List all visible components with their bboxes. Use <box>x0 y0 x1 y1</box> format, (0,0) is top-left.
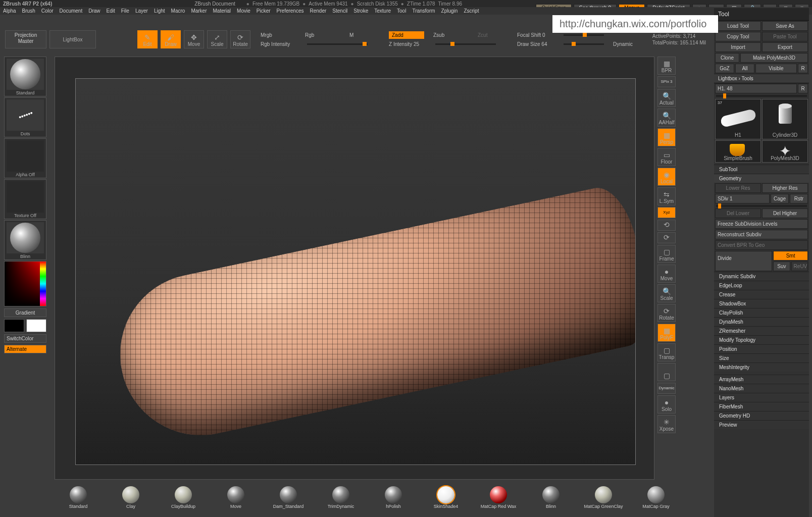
projection-master-button[interactable]: Projection Master <box>5 30 46 48</box>
mrgb-toggle[interactable]: Mrgb <box>261 31 296 39</box>
frame-button[interactable]: ▢Frame <box>657 245 676 263</box>
lsym-button[interactable]: ⇆L.Sym <box>657 187 676 205</box>
menu-picker[interactable]: Picker <box>257 8 271 14</box>
menu-alpha[interactable]: Alpha <box>3 8 16 14</box>
crease-section[interactable]: Crease <box>714 290 809 299</box>
tool-slider[interactable] <box>714 94 809 98</box>
solo-button[interactable]: ●Solo <box>657 395 676 413</box>
focal-shift-slider[interactable]: Focal Shift 0 <box>517 31 552 39</box>
preview-section[interactable]: Preview <box>714 420 809 429</box>
menu-macro[interactable]: Macro <box>171 8 185 14</box>
mat-skinshade4[interactable] <box>437 486 454 503</box>
menu-texture[interactable]: Texture <box>374 8 391 14</box>
modify-topology-section[interactable]: Modify Topology <box>714 335 809 344</box>
menu-transform[interactable]: Transform <box>412 8 435 14</box>
dynamesh-section[interactable]: DynaMesh <box>714 317 809 326</box>
mat-clay[interactable] <box>122 486 139 503</box>
m-toggle[interactable]: M <box>349 31 385 39</box>
ghost-button[interactable]: ▢ <box>657 363 676 381</box>
draw-button[interactable]: 🖌Draw <box>161 30 181 48</box>
menu-layer[interactable]: Layer <box>135 8 148 14</box>
claypolish-section[interactable]: ClayPolish <box>714 308 809 317</box>
menu-brush[interactable]: Brush <box>22 8 35 14</box>
color-picker[interactable] <box>4 261 46 306</box>
actual-button[interactable]: 🔍Actual <box>657 89 676 107</box>
move-button[interactable]: ✥Move <box>184 30 204 48</box>
menu-render[interactable]: Render <box>310 8 327 14</box>
spix-slider[interactable]: SPix 3 <box>657 76 676 87</box>
secondary-color[interactable] <box>4 319 24 332</box>
mat-blinn[interactable] <box>542 486 560 503</box>
rstr-button[interactable]: Rstr <box>790 194 808 203</box>
shadowbox-section[interactable]: ShadowBox <box>714 299 809 308</box>
export-button[interactable]: Export <box>762 42 808 52</box>
mat-greenclay[interactable] <box>595 486 612 503</box>
smt-button[interactable]: Smt <box>773 251 808 261</box>
menu-stencil[interactable]: Stencil <box>332 8 347 14</box>
menu-draw[interactable]: Draw <box>88 8 100 14</box>
rgb-intensity-slider[interactable]: Rgb Intensity <box>261 40 296 48</box>
menu-document[interactable]: Document <box>60 8 83 14</box>
aahalf-button[interactable]: 🔍AAHalf <box>657 109 676 127</box>
import-button[interactable]: Import <box>715 42 761 52</box>
mat-gray[interactable] <box>647 486 665 503</box>
meshintegrity-section[interactable]: MeshIntegrity <box>714 363 809 372</box>
view-rotate-button[interactable]: ⟳Rotate <box>657 304 676 322</box>
polyf-button[interactable]: ▦PolyF <box>657 324 676 342</box>
nanomesh-section[interactable]: NanoMesh <box>714 384 809 393</box>
subtool-section[interactable]: SubTool <box>714 165 809 174</box>
zsub-toggle[interactable]: Zsub <box>433 31 469 39</box>
mat-redwax[interactable] <box>490 486 507 503</box>
brush-picker[interactable]: Standard <box>4 57 46 96</box>
save-as-button[interactable]: Save As <box>762 21 808 31</box>
tool-thumb-h1[interactable]: 37H1 <box>715 99 761 139</box>
xpose-button[interactable]: ✳Xpose <box>657 415 676 433</box>
z-intensity-slider[interactable]: Z Intensity 25 <box>389 40 424 48</box>
dynamic-toggle[interactable]: Dynamic <box>613 40 648 48</box>
menu-file[interactable]: File <box>121 8 129 14</box>
menu-preferences[interactable]: Preferences <box>277 8 304 14</box>
lightbox-button[interactable]: LightBox <box>49 30 96 48</box>
menu-movie[interactable]: Movie <box>237 8 250 14</box>
transp-button[interactable]: ▢Transp <box>657 343 676 361</box>
viewport[interactable] <box>55 57 654 480</box>
menu-stroke[interactable]: Stroke <box>353 8 368 14</box>
primary-color[interactable] <box>26 319 46 332</box>
menu-marker[interactable]: Marker <box>191 8 207 14</box>
mat-damstandard[interactable] <box>280 486 297 503</box>
lightbox-tools-button[interactable]: Lightbox › Tools <box>714 74 809 83</box>
material-picker[interactable]: Blinn <box>4 220 46 260</box>
higher-res-button[interactable]: Higher Res <box>762 183 808 193</box>
layers-section[interactable]: Layers <box>714 393 809 402</box>
divide-button[interactable]: Divide <box>715 251 772 271</box>
switch-color-button[interactable]: SwitchColor <box>4 334 46 343</box>
mat-trimdynamic[interactable] <box>332 486 349 503</box>
texture-picker[interactable]: Texture Off <box>4 179 46 219</box>
freeze-subdiv-button[interactable]: Freeze SubDivision Levels <box>715 219 808 229</box>
edit-button[interactable]: ✎Edit <box>137 30 158 48</box>
view-move-button[interactable]: ●Move <box>657 265 676 283</box>
del-lower-button[interactable]: Del Lower <box>715 209 761 218</box>
menu-zplugin[interactable]: Zplugin <box>441 8 458 14</box>
tool-thumb-cylinder3d[interactable]: Cylinder3D <box>762 99 808 139</box>
lower-res-button[interactable]: Lower Res <box>715 183 761 193</box>
convert-bpr-button[interactable]: Convert BPR To Geo <box>715 240 808 250</box>
rot-y-icon[interactable]: ⟳ <box>657 232 676 243</box>
xyz-button[interactable]: Xyz <box>657 207 676 218</box>
rotate-button[interactable]: ⟳Rotate <box>230 30 250 48</box>
gradient-button[interactable]: Gradient <box>4 308 46 317</box>
draw-size-slider[interactable]: Draw Size 64 <box>517 40 552 48</box>
menu-edit[interactable]: Edit <box>107 8 115 14</box>
zremesher-section[interactable]: ZRemesher <box>714 326 809 335</box>
del-higher-button[interactable]: Del Higher <box>762 209 808 218</box>
stroke-picker[interactable]: Dots <box>4 97 46 137</box>
zcut-toggle[interactable]: Zcut <box>478 31 513 39</box>
zadd-toggle[interactable]: Zadd <box>389 31 424 39</box>
tool-thumb-simplebrush[interactable]: SimpleBrush <box>715 140 761 163</box>
rot-x-icon[interactable]: ⟲ <box>657 220 676 231</box>
menu-color[interactable]: Color <box>41 8 54 14</box>
position-section[interactable]: Position <box>714 344 809 353</box>
geometry-hd-section[interactable]: Geometry HD <box>714 411 809 420</box>
reuv-button[interactable]: ReUV <box>791 262 808 271</box>
arraymesh-section[interactable]: ArrayMesh <box>714 375 809 384</box>
